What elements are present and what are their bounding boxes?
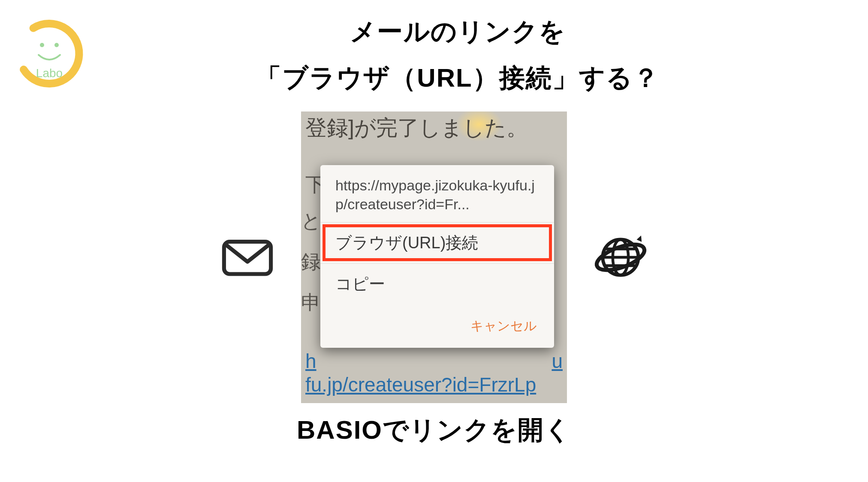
- center-row: 登録]が完了しました。 下 と 録 申 h u fu.jp/createuser…: [0, 111, 868, 403]
- logo: Labo: [13, 17, 86, 90]
- bg-email-text: 登録]が完了しました。: [305, 114, 528, 142]
- bg-link: h: [305, 349, 316, 373]
- bg-email-text: と: [301, 208, 321, 235]
- link-action-popup: https://mypage.jizokuka-kyufu.jp/createu…: [320, 165, 554, 348]
- bg-email-text: 録: [301, 249, 321, 275]
- svg-point-1: [54, 43, 59, 47]
- logo-label: Labo: [36, 66, 63, 80]
- bg-email-text: 申: [301, 289, 321, 316]
- popup-option-copy[interactable]: コピー: [320, 263, 554, 304]
- bg-link: u: [552, 349, 563, 373]
- popup-url-text: https://mypage.jizokuka-kyufu.jp/createu…: [320, 176, 554, 222]
- phone-screenshot: 登録]が完了しました。 下 と 録 申 h u fu.jp/createuser…: [301, 111, 567, 403]
- popup-option-browser[interactable]: ブラウザ(URL)接続: [320, 222, 554, 263]
- svg-point-0: [40, 43, 44, 47]
- globe-icon: [593, 229, 648, 285]
- subtitle: BASIOでリンクを開く: [0, 413, 868, 448]
- title-line-2: 「ブラウザ（URL）接続」する？: [90, 55, 825, 101]
- title-line-1: メールのリンクを: [90, 9, 825, 55]
- mail-icon: [220, 229, 275, 285]
- popup-cancel[interactable]: キャンセル: [320, 304, 554, 339]
- title-block: メールのリンクを 「ブラウザ（URL）接続」する？: [90, 9, 825, 101]
- bg-link: fu.jp/createuser?id=FrzrLp: [305, 373, 536, 396]
